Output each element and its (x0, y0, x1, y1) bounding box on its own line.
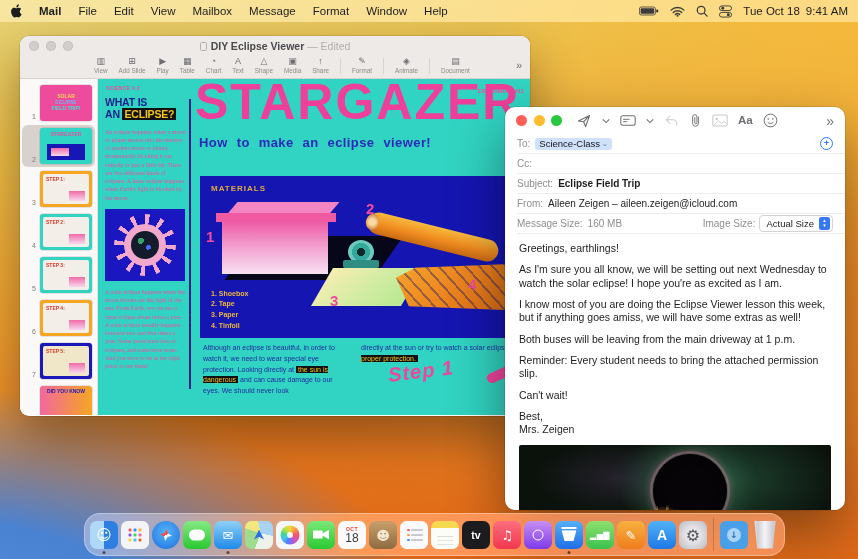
thumb-text: STEP 3: (46, 262, 65, 268)
slide-thumbnail-4[interactable]: 4STEP 2: (22, 211, 95, 253)
menu-item-window[interactable]: Window (366, 5, 407, 17)
dock-safari[interactable] (152, 521, 180, 549)
dock-notes[interactable] (431, 521, 459, 549)
slide-thumbnail-3[interactable]: 3STEP 1: (22, 168, 95, 210)
dock-pages[interactable] (617, 521, 645, 549)
eclipse-photo-attachment[interactable] (519, 445, 831, 510)
dock-numbers[interactable] (586, 521, 614, 549)
toolbar-separator (340, 58, 341, 74)
dock-settings[interactable] (679, 521, 707, 549)
to-field[interactable]: To: Science-Class⌄ + (517, 134, 845, 154)
apple-menu-icon[interactable] (10, 4, 22, 18)
dock-calendar[interactable]: OCT18 (338, 521, 366, 549)
zoom-button[interactable] (63, 41, 73, 51)
menu-item-edit[interactable]: Edit (114, 5, 134, 17)
keynote-tool-chart[interactable]: ◔Chart (206, 56, 221, 74)
menu-clock-time[interactable]: 9:41 AM (806, 5, 848, 17)
dock-contacts[interactable] (369, 521, 397, 549)
slide-thumbnail-8[interactable]: 8DID YOU KNOW (22, 383, 95, 415)
menu-item-view[interactable]: View (151, 5, 176, 17)
minimize-button[interactable] (46, 41, 56, 51)
wifi-icon[interactable] (670, 6, 685, 17)
materials-panel: MATERIALS 1234 1. Shoebox2. Tape3. Paper… (200, 176, 530, 338)
close-button[interactable] (516, 115, 527, 126)
dock-trash[interactable] (751, 521, 779, 549)
minimize-button[interactable] (534, 115, 545, 126)
dock-podcasts[interactable] (524, 521, 552, 549)
keynote-tool-format[interactable]: ✎Format (352, 56, 372, 74)
window-controls (29, 41, 73, 51)
format-button[interactable]: Aa (738, 115, 753, 127)
toolbar-overflow-chevron[interactable]: » (516, 56, 522, 71)
search-icon[interactable] (696, 5, 708, 17)
dock-launchpad[interactable] (121, 521, 149, 549)
recipient-token[interactable]: Science-Class⌄ (535, 138, 612, 150)
window-title: DIY Eclipse Viewer — Edited (20, 40, 530, 52)
dock-messages[interactable] (183, 521, 211, 549)
keynote-toolbar: ▥View⊞Add Slide▶Play▦Table◔ChartAText△Sh… (20, 56, 530, 79)
menu-item-file[interactable]: File (78, 5, 97, 17)
keynote-window[interactable]: DIY Eclipse Viewer — Edited ▥View⊞Add Sl… (20, 36, 530, 416)
header-fields-button[interactable] (620, 114, 636, 127)
keynote-tool-media[interactable]: ▣Media (284, 56, 301, 74)
slide-thumbnail-7[interactable]: 7STEP 5: (22, 340, 95, 382)
send-options-chevron[interactable] (602, 118, 610, 124)
menu-app-name[interactable]: Mail (39, 5, 61, 17)
subject-field[interactable]: Subject: Eclipse Field Trip (517, 174, 845, 194)
battery-icon[interactable] (639, 6, 659, 16)
tape-dispenser (348, 240, 374, 264)
dock-reminders[interactable] (400, 521, 428, 549)
thumb-text: STARGAZER (40, 131, 92, 137)
dock-tv[interactable] (462, 521, 490, 549)
add-recipient-button[interactable]: + (820, 137, 833, 150)
dock-maps[interactable] (245, 521, 273, 549)
keynote-titlebar[interactable]: DIY Eclipse Viewer — Edited (20, 36, 530, 56)
keynote-tool-text[interactable]: AText (232, 56, 244, 74)
slide-thumbnail-5[interactable]: 5STEP 3: (22, 254, 95, 296)
header-fields-chevron[interactable] (646, 118, 654, 124)
mail-body-paragraph: Reminder: Every student needs to bring t… (519, 354, 831, 381)
dock-divider (713, 518, 714, 551)
from-field[interactable]: From: Aileen Zeigen – aileen.zeigen@iclo… (517, 194, 845, 214)
emoji-button[interactable] (763, 113, 778, 128)
cc-field[interactable]: Cc: (517, 154, 845, 174)
keynote-tool-animate[interactable]: ◈Animate (395, 56, 418, 74)
attach-button[interactable] (689, 113, 702, 128)
keynote-tool-shape[interactable]: △Shape (255, 56, 273, 74)
mail-message-body[interactable]: Greetings, earthlings!As I'm sure you al… (505, 234, 845, 437)
zoom-button[interactable] (551, 115, 562, 126)
keynote-tool-view[interactable]: ▥View (94, 56, 108, 74)
control-center-icon[interactable] (719, 5, 732, 18)
tool-label: Animate (395, 68, 418, 74)
dock: OCT18 (84, 513, 785, 556)
keynote-tool-document[interactable]: ▤Document (441, 56, 470, 74)
menu-item-format[interactable]: Format (313, 5, 349, 17)
more-toolbar-items-button[interactable]: » (826, 114, 834, 128)
menu-item-help[interactable]: Help (424, 5, 448, 17)
dock-downloads[interactable] (720, 521, 748, 549)
menu-clock-date[interactable]: Tue Oct 18 (743, 5, 799, 17)
tool-label: Add Slide (119, 68, 146, 74)
slide-navigator[interactable]: 1SOLARECLIPSEFIELD TRIP!2STARGAZER3STEP … (20, 79, 98, 415)
menu-item-mailbox[interactable]: Mailbox (192, 5, 232, 17)
dock-music[interactable] (493, 521, 521, 549)
dock-facetime[interactable] (307, 521, 335, 549)
slide-thumbnail-1[interactable]: 1SOLARECLIPSEFIELD TRIP! (22, 82, 95, 124)
dock-app-store[interactable] (648, 521, 676, 549)
send-button[interactable] (576, 113, 592, 129)
dock-finder[interactable] (90, 521, 118, 549)
keynote-tool-table[interactable]: ▦Table (180, 56, 195, 74)
slide-thumbnail-6[interactable]: 6STEP 4: (22, 297, 95, 339)
dock-keynote[interactable] (555, 521, 583, 549)
mail-compose-window[interactable]: Aa» To: Science-Class⌄ + Cc: Subject: Ec… (505, 107, 845, 510)
dock-photos[interactable] (276, 521, 304, 549)
slide-thumbnail-2[interactable]: 2STARGAZER (22, 125, 95, 167)
menu-item-message[interactable]: Message (249, 5, 296, 17)
slide-canvas[interactable]: SCIENCE 4.2 EXPERIMENT #11 WHAT IS AN EC… (98, 79, 530, 415)
close-button[interactable] (29, 41, 39, 51)
image-size-select[interactable]: Actual Size ▲▼ (759, 215, 833, 232)
dock-mail[interactable] (214, 521, 242, 549)
keynote-tool-share[interactable]: ↑Share (312, 56, 329, 74)
keynote-tool-add[interactable]: ⊞Add Slide (119, 56, 146, 74)
keynote-tool-play[interactable]: ▶Play (157, 56, 169, 74)
